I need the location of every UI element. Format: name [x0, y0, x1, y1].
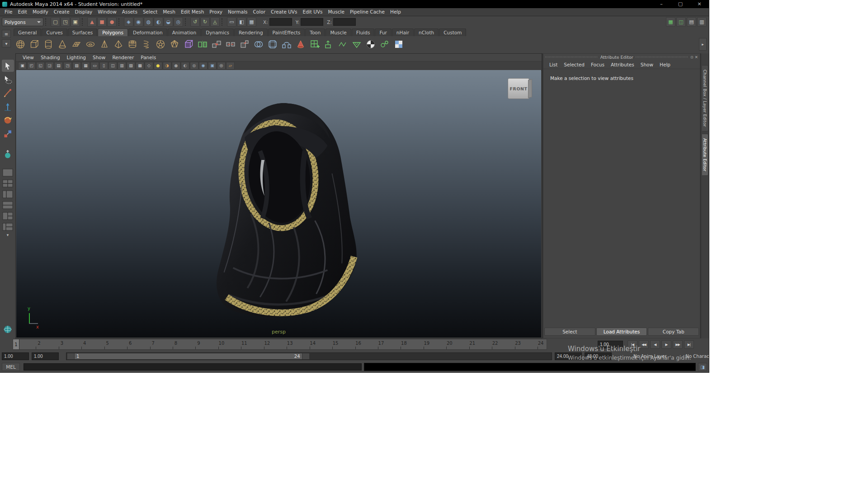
command-line-language-button[interactable]: MEL	[2, 363, 20, 371]
add-divisions-icon[interactable]	[308, 38, 321, 51]
poly-pipe-icon[interactable]	[126, 38, 139, 51]
shelf-tab-curves[interactable]: Curves	[42, 28, 67, 36]
time-slider-track[interactable]: 1 23456789101112131415161718192021222324	[13, 339, 547, 350]
select-component-icon[interactable]: ●	[107, 17, 117, 27]
scale-tool-button[interactable]	[2, 127, 14, 140]
layout-two-pane-side-button[interactable]	[2, 190, 14, 199]
layout-two-pane-stacked-button[interactable]	[2, 201, 14, 210]
history-group-separator[interactable]	[185, 18, 189, 26]
shelf-tab-custom[interactable]: Custom	[439, 28, 466, 36]
menu-color[interactable]: Color	[250, 8, 268, 16]
ui-elements-toggle-icon[interactable]: ▤	[687, 17, 696, 27]
new-scene-icon[interactable]: ▢	[51, 17, 60, 27]
menu-edit-uvs[interactable]: Edit UVs	[300, 8, 326, 16]
copy-tab-button[interactable]: Copy Tab	[648, 328, 699, 336]
range-slider-bar[interactable]: 1 24	[67, 353, 310, 359]
textured-icon[interactable]: ◑	[163, 62, 171, 70]
assign-checker-material-icon[interactable]	[392, 38, 406, 51]
shelf-tab-nhair[interactable]: nHair	[392, 28, 414, 36]
menu-display[interactable]: Display	[72, 8, 95, 16]
camera-attributes-icon[interactable]: ◱	[36, 62, 45, 70]
shelf-tab-general[interactable]: General	[14, 28, 41, 36]
poly-platonic-icon[interactable]	[168, 38, 181, 51]
poly-pyramid-icon[interactable]	[112, 38, 125, 51]
view-cube-side-face[interactable]	[528, 79, 532, 98]
two-d-pan-zoom-icon[interactable]: ◳	[63, 62, 72, 70]
go-to-start-button[interactable]: |◀	[627, 340, 637, 349]
select-hierarchy-icon[interactable]: ▲	[87, 17, 97, 27]
grid-icon[interactable]: ▦	[81, 62, 90, 70]
play-backwards-button[interactable]: ◀	[650, 340, 660, 349]
safe-title-icon[interactable]: ▩	[136, 62, 144, 70]
poly-plane-icon[interactable]	[70, 38, 83, 51]
toolbox-collapse-button[interactable]: ▾	[3, 233, 13, 237]
animation-end-field[interactable]	[585, 352, 612, 360]
screen-ao-icon[interactable]: ◍	[190, 62, 198, 70]
shelf-tab-dynamics[interactable]: Dynamics	[201, 28, 234, 36]
script-editor-icon[interactable]: ◨	[698, 363, 707, 371]
menu-create[interactable]: Create	[51, 8, 72, 16]
poly-prism-icon[interactable]	[98, 38, 111, 51]
snap-plane-icon[interactable]: ◐	[154, 17, 163, 27]
viewport-3d[interactable]: FRONT y x persp	[16, 70, 541, 338]
wireframe-icon[interactable]: ◇	[145, 62, 153, 70]
extrude-icon[interactable]	[322, 38, 335, 51]
menu-help[interactable]: Help	[387, 8, 404, 16]
play-forwards-button[interactable]: ▶	[661, 340, 671, 349]
poly-cylinder-icon[interactable]	[42, 38, 55, 51]
range-start-handle[interactable]	[67, 353, 75, 359]
render-settings-icon[interactable]: ▦	[247, 17, 256, 27]
select-tool-button[interactable]	[2, 60, 14, 72]
shelf-menu-icon[interactable]: ▾	[2, 39, 11, 47]
load-attributes-button[interactable]: Load Attributes	[596, 328, 647, 336]
close-button[interactable]: ×	[690, 0, 709, 8]
lock-camera-icon[interactable]: ◰	[27, 62, 36, 70]
field-chart-icon[interactable]: ▥	[118, 62, 126, 70]
attribute-editor-tab[interactable]: Attribute Editor	[702, 134, 708, 176]
ipr-render-icon[interactable]: ◧	[237, 17, 246, 27]
channel-box-tab[interactable]: Channel Box / Layer Editor	[702, 65, 708, 131]
z-field[interactable]	[333, 18, 356, 26]
shelf-tab-polygons[interactable]: Polygons	[98, 28, 128, 36]
film-gate-icon[interactable]: ▭	[90, 62, 99, 70]
lights-icon[interactable]: ●	[172, 62, 180, 70]
go-to-end-button[interactable]: ▶|	[684, 340, 694, 349]
move-tool-button[interactable]	[2, 100, 14, 113]
menu-proxy[interactable]: Proxy	[207, 8, 225, 16]
ae-close-icon[interactable]: ×	[694, 55, 698, 59]
separate-icon[interactable]	[224, 38, 237, 51]
shelf-tab-rendering[interactable]: Rendering	[234, 28, 268, 36]
safe-action-icon[interactable]: ▧	[127, 62, 135, 70]
shelf-tab-deformation[interactable]: Deformation	[128, 28, 167, 36]
menu-pipeline-cache[interactable]: Pipeline Cache	[347, 8, 387, 16]
character-set-selector[interactable]: No Character Set	[686, 354, 709, 359]
menu-modify[interactable]: Modify	[30, 8, 51, 16]
command-line-input[interactable]	[24, 363, 362, 371]
bevel-icon[interactable]	[266, 38, 279, 51]
menu-create-uvs[interactable]: Create UVs	[268, 8, 300, 16]
shelf-tab-ncloth[interactable]: nCloth	[414, 28, 439, 36]
snap-point-icon[interactable]: ◍	[144, 17, 153, 27]
input-connections-icon[interactable]: ↺	[190, 17, 200, 27]
menu-mesh[interactable]: Mesh	[160, 8, 178, 16]
panel-menu-lighting[interactable]: Lighting	[64, 54, 89, 61]
layout-three-pane-button[interactable]	[2, 211, 14, 221]
poly-sphere-icon[interactable]	[14, 38, 27, 51]
output-connections-icon[interactable]: ↻	[200, 17, 210, 27]
poly-helix-icon[interactable]	[140, 38, 153, 51]
playback-start-field[interactable]	[32, 352, 59, 360]
shelf-tab-fur[interactable]: Fur	[375, 28, 391, 36]
shelf-tab-muscle[interactable]: Muscle	[326, 28, 351, 36]
paint-selection-tool-button[interactable]	[2, 87, 14, 99]
step-back-frame-button[interactable]: ◀◀	[639, 340, 649, 349]
snap-grid-icon[interactable]: ◈	[124, 17, 133, 27]
shelf-tab-painteffects[interactable]: PaintEffects	[268, 28, 305, 36]
menu-edit-mesh[interactable]: Edit Mesh	[178, 8, 207, 16]
poly-cube-icon[interactable]	[28, 38, 41, 51]
rotate-tool-button[interactable]	[2, 114, 14, 126]
panel-menu-renderer[interactable]: Renderer	[109, 54, 137, 61]
snap-view-icon[interactable]: ◒	[164, 17, 173, 27]
ae-menu-focus[interactable]: Focus	[588, 62, 608, 67]
shelf-overflow-icon[interactable]: ▸	[699, 38, 707, 51]
anim-layer-selector[interactable]: No Anim Layer	[633, 354, 667, 359]
